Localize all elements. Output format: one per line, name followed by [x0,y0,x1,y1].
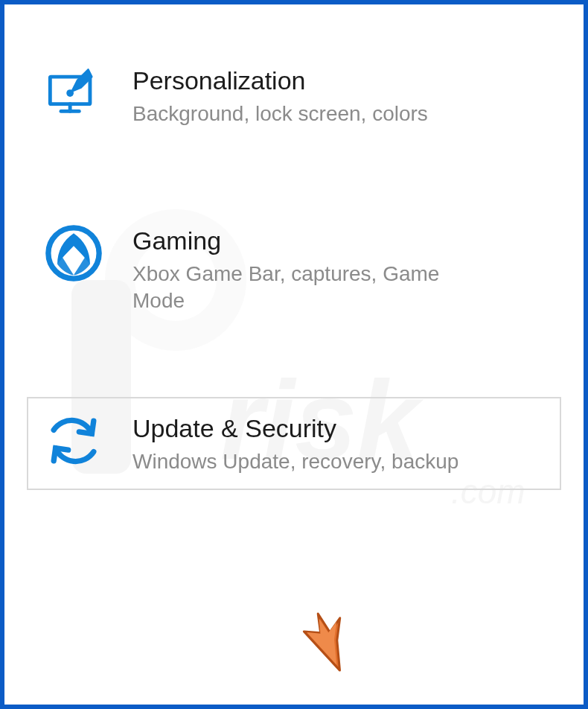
settings-item-gaming[interactable]: Gaming Xbox Game Bar, captures, Game Mod… [27,209,561,330]
item-description: Xbox Game Bar, captures, Game Mode [132,261,460,315]
settings-category-list: Personalization Background, lock screen,… [4,4,584,520]
gaming-icon [45,224,103,282]
item-title: Gaming [132,226,460,256]
annotation-cursor-arrow-icon [295,608,358,675]
update-security-icon [45,412,103,470]
item-title: Personalization [132,66,428,96]
personalization-icon [45,64,103,122]
item-description: Windows Update, recovery, backup [132,448,458,475]
item-description: Background, lock screen, colors [132,101,428,127]
settings-item-update-security[interactable]: Update & Security Windows Update, recove… [27,397,561,490]
settings-item-personalization[interactable]: Personalization Background, lock screen,… [27,49,561,142]
item-title: Update & Security [132,413,458,444]
svg-point-8 [66,89,74,97]
